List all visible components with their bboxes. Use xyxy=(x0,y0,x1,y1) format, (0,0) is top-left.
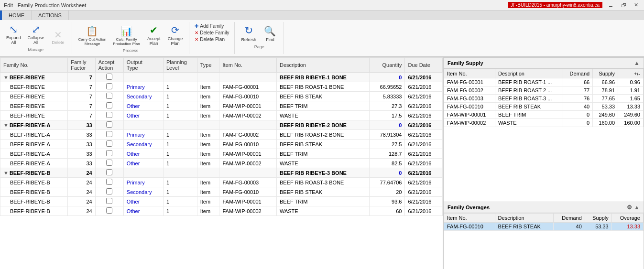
delete-plan-button[interactable]: ✕ Delete Plan xyxy=(193,36,230,43)
refresh-button[interactable]: ↻ Refresh xyxy=(239,23,259,43)
restore-button[interactable]: 🗗 xyxy=(619,2,628,8)
overage-col-itemno: Item No. xyxy=(444,214,495,223)
cell-output: Other xyxy=(123,111,163,120)
supply-row[interactable]: FAM-FG-00010 BEEF RIB STEAK 40 53.33 13.… xyxy=(444,103,644,111)
cell-duedate: 6/21/2016 xyxy=(405,187,443,197)
cell-type: Item xyxy=(197,178,219,187)
table-row[interactable]: BEEF-RIBEYE-A 33 Other 1 Item FAM-WIP-00… xyxy=(0,159,443,168)
supply-header-controls: ▲ xyxy=(634,60,640,66)
cell-type xyxy=(197,73,219,82)
expand-all-button[interactable]: ⤡ ExpandAll xyxy=(4,23,23,46)
supply-row[interactable]: FAM-FG-00001 BEEF RIB ROAST-1 ... 66 66.… xyxy=(444,78,644,86)
supply-diff: 249.60 xyxy=(618,111,644,119)
cell-qty: 77.64706 xyxy=(369,178,405,187)
production-table-area[interactable]: Family No. FamilyFactor AcceptAction Out… xyxy=(0,57,443,269)
expand-all-icon: ⤡ xyxy=(9,24,18,35)
supply-row[interactable]: FAM-WIP-00001 BEEF TRIM 0 249.60 249.60 xyxy=(444,111,644,119)
ribbon-group-manage: ⤡ ExpandAll ⤢ CollapseAll ✕ Delete Manag… xyxy=(0,22,72,54)
cell-level: 1 xyxy=(163,92,197,101)
cell-level: 1 xyxy=(163,149,197,159)
cell-level: 1 xyxy=(163,101,197,111)
gear-icon[interactable]: ⚙ xyxy=(627,204,632,211)
table-row[interactable]: BEEF-RIBEYE-A 33 Other 1 Item FAM-WIP-00… xyxy=(0,149,443,159)
production-table: Family No. FamilyFactor AcceptAction Out… xyxy=(0,57,443,216)
ribbon-content: ⤡ ExpandAll ⤢ CollapseAll ✕ Delete Manag… xyxy=(0,20,644,56)
cell-qty: 82.5 xyxy=(369,159,405,168)
table-row[interactable]: BEEF-RIBEYE 7 Other 1 Item FAM-WIP-00001… xyxy=(0,101,443,111)
table-row[interactable]: ▼BEEF-RIBEYE 7 BEEF RIB RIBEYE-1 BONE 0 … xyxy=(0,73,443,82)
tab-actions[interactable]: ACTIONS xyxy=(32,11,69,20)
cell-accept xyxy=(95,92,123,101)
cell-itemno: FAM-FG-00010 xyxy=(219,187,277,197)
cell-level: 1 xyxy=(163,178,197,187)
delete-button[interactable]: ✕ Delete xyxy=(49,29,68,46)
ribbon-group-process: 📋 Carry Out ActionMessage 📊 Calc. Family… xyxy=(72,22,190,54)
overages-expand-btn[interactable]: ▲ xyxy=(634,204,640,211)
supply-col-desc: Description xyxy=(495,69,563,78)
minimize-button[interactable]: 🗕 xyxy=(606,2,615,8)
cell-factor: 7 xyxy=(68,92,96,101)
cell-itemno xyxy=(219,168,277,178)
supply-row[interactable]: FAM-WIP-00002 WASTE 0 160.00 160.00 xyxy=(444,119,644,127)
cell-itemno: FAM-WIP-00002 xyxy=(219,206,277,216)
close-button[interactable]: ✕ xyxy=(632,2,640,8)
cell-type: Item xyxy=(197,130,219,140)
cell-desc: BEEF RIB RIBEYE-3 BONE xyxy=(276,168,369,178)
overage-col-demand: Demand xyxy=(554,214,585,223)
overage-row[interactable]: FAM-FG-00010 BEEF RIB STEAK 40 53.33 13.… xyxy=(444,223,644,231)
table-row[interactable]: BEEF-RIBEYE 7 Primary 1 Item FAM-FG-0000… xyxy=(0,82,443,92)
cell-output: Secondary xyxy=(123,92,163,101)
cell-duedate: 6/21/2016 xyxy=(405,168,443,178)
cell-itemno: FAM-FG-00002 xyxy=(219,130,277,140)
cell-duedate: 6/21/2016 xyxy=(405,159,443,168)
supply-row[interactable]: FAM-FG-00003 BEEF RIB ROAST-3 ... 76 77.… xyxy=(444,95,644,103)
delete-family-button[interactable]: ✕ Delete Family xyxy=(193,30,230,36)
cell-qty: 27.5 xyxy=(369,140,405,149)
table-row[interactable]: BEEF-RIBEYE-B 24 Primary 1 Item FAM-FG-0… xyxy=(0,178,443,187)
cell-type xyxy=(197,168,219,178)
cell-duedate: 6/21/2016 xyxy=(405,206,443,216)
cell-output: Other xyxy=(123,206,163,216)
find-button[interactable]: 🔍 Find xyxy=(261,24,280,43)
supply-supply: 77.65 xyxy=(593,95,618,103)
add-family-button[interactable]: ✚ Add Family xyxy=(193,23,230,29)
table-row[interactable]: BEEF-RIBEYE-A 33 Secondary 1 Item FAM-FG… xyxy=(0,140,443,149)
collapse-all-button[interactable]: ⤢ CollapseAll xyxy=(25,23,47,46)
change-plan-button[interactable]: ⟳ ChangePlan xyxy=(165,23,186,47)
tab-home[interactable]: HOME xyxy=(2,11,32,20)
table-row[interactable]: BEEF-RIBEYE 7 Secondary 1 Item FAM-FG-00… xyxy=(0,92,443,101)
cell-itemno xyxy=(219,73,277,82)
refresh-label: Refresh xyxy=(241,37,256,42)
collapse-all-icon: ⤢ xyxy=(32,24,40,35)
cell-itemno: FAM-WIP-00001 xyxy=(219,149,277,159)
accept-plan-button[interactable]: ✔ AcceptPlan xyxy=(144,23,164,47)
table-row[interactable]: ▼BEEF-RIBEYE-B 24 BEEF RIB RIBEYE-3 BONE… xyxy=(0,168,443,178)
cell-level: 1 xyxy=(163,130,197,140)
supply-expand-btn[interactable]: ▲ xyxy=(634,60,640,66)
cell-factor: 7 xyxy=(68,101,96,111)
process-group-label: Process xyxy=(123,48,139,53)
cell-family-no: ▼BEEF-RIBEYE-A xyxy=(0,120,68,130)
family-supply-panel: Family Supply ▲ Item No. Description Dem… xyxy=(443,57,644,202)
supply-supply: 53.33 xyxy=(593,103,618,111)
family-supply-title: Family Supply xyxy=(448,60,483,66)
table-row[interactable]: BEEF-RIBEYE-A 33 Primary 1 Item FAM-FG-0… xyxy=(0,130,443,140)
supply-demand: 66 xyxy=(563,78,593,86)
page-buttons: ↻ Refresh 🔍 Find xyxy=(239,23,280,43)
table-row[interactable]: ▼BEEF-RIBEYE-A 33 BEEF RIB RIBEYE-2 BONE… xyxy=(0,120,443,130)
supply-row[interactable]: FAM-FG-00002 BEEF RIB ROAST-2 ... 77 78.… xyxy=(444,86,644,95)
overage-itemno: FAM-FG-00010 xyxy=(444,223,495,231)
supply-demand: 0 xyxy=(563,111,593,119)
carry-out-button[interactable]: 📋 Carry Out ActionMessage xyxy=(76,24,109,47)
table-row[interactable]: BEEF-RIBEYE 7 Other 1 Item FAM-WIP-00002… xyxy=(0,111,443,120)
table-row[interactable]: BEEF-RIBEYE-B 24 Other 1 Item FAM-WIP-00… xyxy=(0,206,443,216)
delete-plan-label: Delete Plan xyxy=(200,37,225,42)
table-row[interactable]: BEEF-RIBEYE-B 24 Secondary 1 Item FAM-FG… xyxy=(0,187,443,197)
calc-family-button[interactable]: 📊 Calc. FamilyProduction Plan xyxy=(110,24,142,47)
cell-family-no: BEEF-RIBEYE xyxy=(0,92,68,101)
delete-family-label: Delete Family xyxy=(200,30,229,35)
cell-factor: 7 xyxy=(68,111,96,120)
cell-duedate: 6/21/2016 xyxy=(405,120,443,130)
table-row[interactable]: BEEF-RIBEYE-B 24 Other 1 Item FAM-WIP-00… xyxy=(0,197,443,206)
cell-type: Item xyxy=(197,159,219,168)
